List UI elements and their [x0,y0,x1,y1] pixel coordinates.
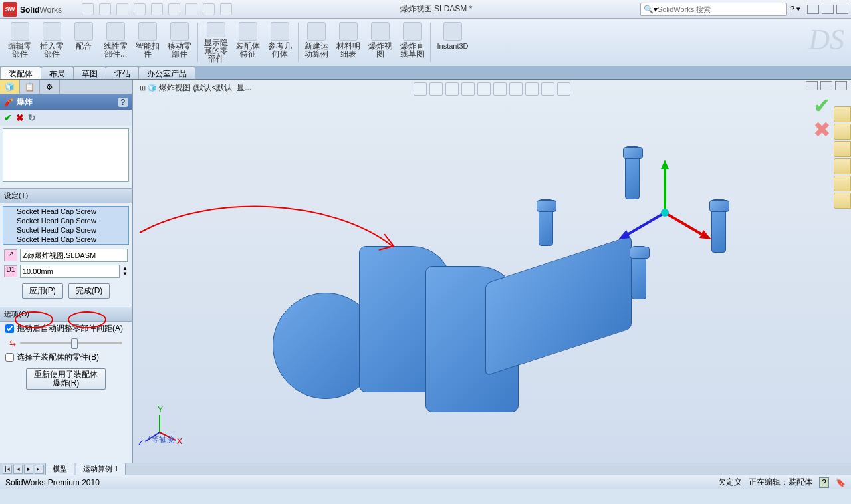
rb-insert-component[interactable]: 插入零部件 [36,20,68,64]
smart-fastener-icon [138,22,157,41]
spin-up-icon[interactable]: ▲▼ [122,266,128,277]
confirm-cancel-icon[interactable]: ✖ [813,117,831,142]
hud-vieworient-icon[interactable] [477,82,491,96]
rb-ref-geometry[interactable]: 参考几何体 [264,20,296,64]
qat-select-icon[interactable] [185,3,197,15]
tab-evaluate[interactable]: 评估 [106,66,139,79]
pm-ok-button[interactable]: ✔ [4,112,12,123]
rb-show-hidden[interactable]: 显示隐藏的零部件 [200,20,232,64]
qat-options-icon[interactable] [220,3,232,15]
rb-explode-line[interactable]: 爆炸直线草图 [396,20,428,64]
tab-assembly[interactable]: 装配体 [0,66,41,79]
qat-new-icon[interactable] [82,3,94,15]
restore-button[interactable] [822,5,834,14]
rb-smart-fastener[interactable]: 智能扣件 [132,20,164,64]
pm-pushpin-icon[interactable]: ↻ [28,112,36,123]
tab-sketch[interactable]: 草图 [73,66,106,79]
status-bar: SolidWorks Premium 2010 欠定义 正在编辑：装配体 ? 🔖 [0,475,851,489]
apply-button[interactable]: 应用(P) [22,283,63,299]
section-settings[interactable]: 设定(T) [0,188,132,203]
help-dropdown[interactable]: ? ▾ [790,5,800,13]
close-button[interactable] [836,5,848,14]
ds-logo-icon: DS [808,23,844,57]
pt-feature-icon[interactable]: 🧊 [0,80,20,94]
pm-cancel-button[interactable]: ✖ [16,112,24,123]
spacing-slider[interactable] [20,342,122,344]
explode-steps-list[interactable] [3,128,129,182]
opt-select-subasm[interactable]: 选择子装配体的零件(B) [0,350,132,364]
pt-property-icon[interactable]: 📋 [20,80,40,94]
taskpane-view-icon[interactable] [834,158,851,174]
selected-parts-list[interactable]: Socket Head Cap Screw Socket Head Cap Sc… [3,206,129,245]
qat-redo-icon[interactable] [168,3,180,15]
hud-prevview-icon[interactable] [445,82,459,96]
section-options[interactable]: 选项(O) [0,307,132,322]
distance-input[interactable] [20,265,120,278]
search-input[interactable] [658,5,783,13]
rb-mate[interactable]: 配合 [68,20,100,64]
qat-rebuild-icon[interactable] [203,3,215,15]
axis-input[interactable] [20,249,128,262]
list-item[interactable]: Socket Head Cap Screw [3,216,128,225]
taskpane-appearance-icon[interactable] [834,176,851,191]
hud-zoomarea-icon[interactable] [429,82,443,96]
taskpane-custom-icon[interactable] [834,193,851,209]
tab-layout[interactable]: 布局 [41,66,74,79]
document-title: 爆炸视图.SLDASM * [232,3,640,15]
rb-assembly-feature[interactable]: 装配体特征 [232,20,264,64]
pm-help-button[interactable]: ? [118,98,128,107]
confirm-ok-icon[interactable]: ✔ [813,93,831,118]
hud-appearance-icon[interactable] [525,82,539,96]
qat-undo-icon[interactable] [151,3,163,15]
btab-first-icon[interactable]: |◂ [3,465,12,474]
search-box[interactable]: 🔍▾ [640,3,787,16]
btab-motion[interactable]: 运动算例 1 [76,463,126,475]
qat-print-icon[interactable] [134,3,146,15]
annotation-arrow [140,207,392,246]
hud-viewsettings-icon[interactable] [557,82,570,96]
hud-hide-icon[interactable] [509,82,523,96]
status-help-icon[interactable]: ? [819,477,829,488]
list-item[interactable]: Socket Head Cap Screw [3,235,128,244]
qat-save-icon[interactable] [116,3,128,15]
rb-motion-study[interactable]: 新建运动算例 [301,20,332,64]
taskpane-design-icon[interactable] [834,124,851,140]
svg-text:Y: Y [158,405,163,414]
status-flag-icon[interactable]: 🔖 [836,478,846,487]
vp-close-button[interactable] [835,81,847,90]
rb-instant3d[interactable]: Instant3D [433,20,473,64]
done-button[interactable]: 完成(D) [68,283,110,299]
list-item[interactable]: Socket Head Cap Screw [3,225,128,235]
rb-bom[interactable]: 材料明细表 [332,20,364,64]
tab-office[interactable]: 办公室产品 [138,66,195,79]
hud-section-icon[interactable] [461,82,475,96]
rb-exploded-view[interactable]: 爆炸视图 [364,20,396,64]
vp-minimize-button[interactable] [806,81,818,90]
flyout-tree[interactable]: ⊞ 🧊 爆炸视图 (默认<默认_显... [140,82,251,94]
graphics-viewport[interactable]: ⊞ 🧊 爆炸视图 (默认<默认_显... ✔ ✖ [133,80,851,463]
qat-open-icon[interactable] [99,3,111,15]
checkbox-auto-space[interactable] [5,324,14,333]
minimize-button[interactable] [807,5,819,14]
hud-scene-icon[interactable] [541,82,554,96]
rb-edit-component[interactable]: 编辑零部件 [4,20,36,64]
taskpane-file-icon[interactable] [834,141,851,157]
btab-model[interactable]: 模型 [45,463,74,475]
btab-last-icon[interactable]: ▸| [35,465,44,474]
rb-linear-pattern[interactable]: 线性零部件... [100,20,132,64]
btab-next-icon[interactable]: ▸ [24,465,33,474]
search-icon: 🔍▾ [644,5,658,14]
pt-config-icon[interactable]: ⚙ [40,80,60,94]
bottom-tabs: |◂ ◂ ▸ ▸| 模型 运动算例 1 [0,463,851,475]
opt-auto-space[interactable]: 拖动后自动调整零部件间距(A) [0,322,132,336]
checkbox-select-subasm[interactable] [5,353,14,362]
reuse-subasm-button[interactable]: 重新使用子装配体爆炸(R) [26,368,106,390]
btab-prev-icon[interactable]: ◂ [13,465,23,474]
hud-zoomfit-icon[interactable] [414,82,427,96]
hud-display-icon[interactable] [493,82,507,96]
list-item[interactable]: Socket Head Cap Screw [3,207,128,216]
vp-restore-button[interactable] [820,81,832,90]
ribbon-toolbar: 编辑零部件 插入零部件 配合 线性零部件... 智能扣件 移动零部件 显示隐藏的… [0,19,851,66]
rb-move-component[interactable]: 移动零部件 [164,20,195,64]
taskpane-resources-icon[interactable] [834,106,851,122]
